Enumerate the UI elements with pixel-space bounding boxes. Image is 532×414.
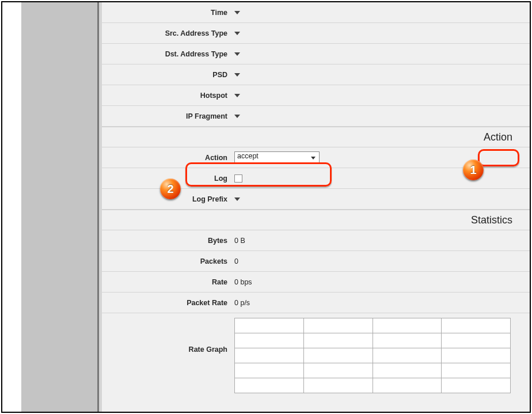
- label-bytes: Bytes: [102, 237, 234, 245]
- chevron-down-icon: [234, 94, 240, 97]
- row-ip-fragment[interactable]: IP Fragment: [102, 106, 530, 127]
- value-bytes: 0 B: [234, 237, 530, 245]
- label-psd: PSD: [102, 71, 234, 79]
- section-statistics-label: Statistics: [471, 214, 512, 226]
- label-packet-rate: Packet Rate: [102, 299, 234, 307]
- chevron-down-icon: [234, 52, 240, 56]
- action-select[interactable]: accept: [234, 151, 320, 164]
- chevron-down-icon: [234, 115, 240, 118]
- row-rate-graph: Rate Graph: [102, 313, 530, 393]
- label-ip-fragment: IP Fragment: [102, 112, 234, 120]
- row-action: Action accept: [102, 147, 530, 168]
- content-area: Time Src. Address Type Dst. Address Type…: [102, 2, 530, 412]
- label-rate: Rate: [102, 278, 234, 286]
- row-bytes: Bytes 0 B: [102, 230, 530, 251]
- label-log-prefix: Log Prefix: [102, 195, 234, 203]
- row-packets: Packets 0: [102, 251, 530, 272]
- value-packet-rate: 0 p/s: [234, 299, 530, 307]
- value-packets: 0: [234, 257, 530, 265]
- chevron-down-icon: [234, 11, 240, 14]
- row-psd[interactable]: PSD: [102, 64, 530, 85]
- label-src-addr-type: Src. Address Type: [102, 29, 234, 37]
- label-packets: Packets: [102, 257, 234, 265]
- row-time[interactable]: Time: [102, 2, 530, 23]
- label-dst-addr-type: Dst. Address Type: [102, 50, 234, 58]
- row-log-prefix[interactable]: Log Prefix: [102, 189, 530, 210]
- chevron-down-icon: [234, 73, 240, 77]
- section-action: Action: [102, 127, 530, 147]
- row-dst-addr-type[interactable]: Dst. Address Type: [102, 44, 530, 64]
- label-log: Log: [102, 174, 234, 183]
- label-hotspot: Hotspot: [102, 92, 234, 100]
- rate-graph-table: [234, 318, 511, 393]
- chevron-down-icon: [234, 32, 240, 35]
- section-statistics: Statistics: [102, 210, 530, 230]
- label-rate-graph: Rate Graph: [102, 318, 234, 354]
- row-rate: Rate 0 bps: [102, 272, 530, 293]
- action-select-value: accept: [237, 152, 259, 160]
- label-action: Action: [102, 154, 234, 162]
- row-src-addr-type[interactable]: Src. Address Type: [102, 23, 530, 44]
- chevron-down-icon: [234, 197, 240, 201]
- log-checkbox[interactable]: [234, 174, 242, 183]
- row-hotspot[interactable]: Hotspot: [102, 85, 530, 106]
- row-log: Log: [102, 168, 530, 189]
- section-action-label: Action: [484, 131, 512, 143]
- value-rate: 0 bps: [234, 278, 530, 286]
- row-packet-rate: Packet Rate 0 p/s: [102, 293, 530, 313]
- sidebar: [21, 2, 97, 412]
- label-time: Time: [102, 9, 234, 17]
